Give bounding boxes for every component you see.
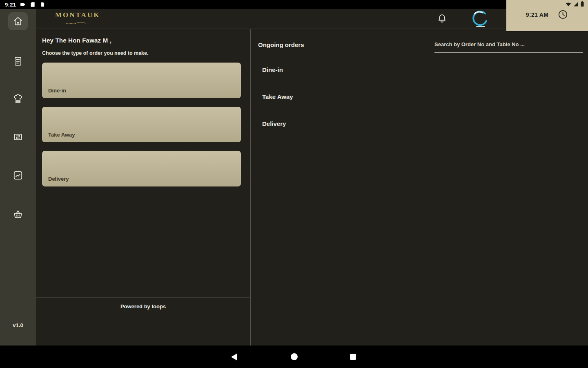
dine-in-button[interactable]: Dine-in [42,63,241,98]
clock-icon [557,9,568,20]
recents-button[interactable] [350,354,356,360]
chef-hat-icon [13,94,23,105]
order-sections: Dine-in Take Away Delivery [262,65,293,146]
status-bar: 9:21 [0,0,588,9]
screen: 9:21 9:21 AM MONTAUK [0,0,588,368]
basket-icon [13,209,23,220]
brand-name: MONTAUK [55,11,100,19]
take-away-button[interactable]: Take Away [42,107,241,142]
orders-transfer-icon [13,131,23,142]
android-navigation-bar [0,346,588,368]
brand-tagline-flourish [65,22,91,25]
chart-icon [13,170,23,181]
section-take-away[interactable]: Take Away [262,92,293,102]
delivery-button[interactable]: Delivery [42,151,241,186]
status-bar-left: 9:21 [0,2,45,8]
order-search-input[interactable] [434,39,583,53]
clock-display: 9:21 AM [506,9,588,20]
app-header: MONTAUK [36,9,588,29]
dine-in-button-label: Dine-in [48,88,66,94]
left-panel-footer: Powered by loops [36,297,250,346]
sidebar-item-reports[interactable] [8,166,28,184]
ongoing-orders-panel: Ongoing orders Dine-in Take Away Deliver… [251,29,588,346]
screen-record-icon [20,2,26,7]
delivery-button-label: Delivery [48,176,69,182]
section-dine-in[interactable]: Dine-in [262,65,293,75]
brand-logo: MONTAUK [55,11,100,27]
clock-panel-status-icons [566,1,584,7]
greeting: Hey The Hon Fawaz M , [42,36,250,44]
notifications-bell-icon[interactable] [437,13,448,24]
sidebar: v1.0 [0,9,36,346]
clock-time: 9:21 AM [526,11,548,18]
clock-panel: 9:21 AM [506,0,588,31]
greeting-subtitle: Choose the type of order you need to mak… [42,50,250,56]
wifi-icon [566,2,571,7]
sidebar-item-kitchen[interactable] [8,90,28,108]
sidebar-item-home[interactable] [8,12,28,30]
loops-logo-icon[interactable] [469,10,492,29]
sd-card-icon [30,2,36,7]
sim-icon [40,2,45,7]
section-delivery[interactable]: Delivery [262,119,293,129]
sidebar-item-bills[interactable] [8,52,28,70]
bills-list-icon [13,56,23,67]
ongoing-orders-title: Ongoing orders [258,41,304,48]
cell-signal-icon [573,2,579,7]
status-time: 9:21 [5,2,16,8]
home-icon [13,16,23,27]
order-type-panel: Hey The Hon Fawaz M , Choose the type of… [36,29,251,346]
take-away-button-label: Take Away [48,132,75,138]
app-version: v1.0 [0,322,36,328]
battery-icon [581,1,584,7]
home-button[interactable] [291,353,298,360]
back-button[interactable] [231,353,237,361]
main-content: Hey The Hon Fawaz M , Choose the type of… [36,29,588,346]
sidebar-item-basket[interactable] [8,205,28,223]
powered-by: Powered by loops [36,303,250,310]
sidebar-item-orders[interactable] [8,128,28,146]
